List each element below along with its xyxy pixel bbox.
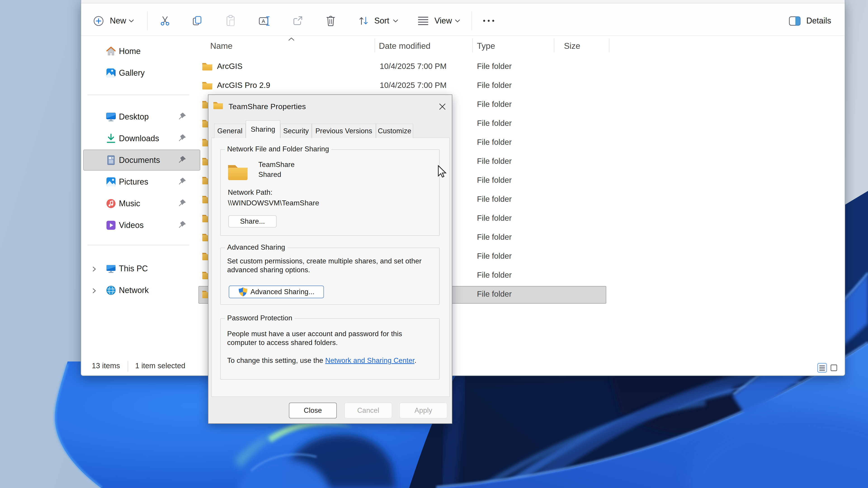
svg-text:A: A xyxy=(262,18,265,24)
